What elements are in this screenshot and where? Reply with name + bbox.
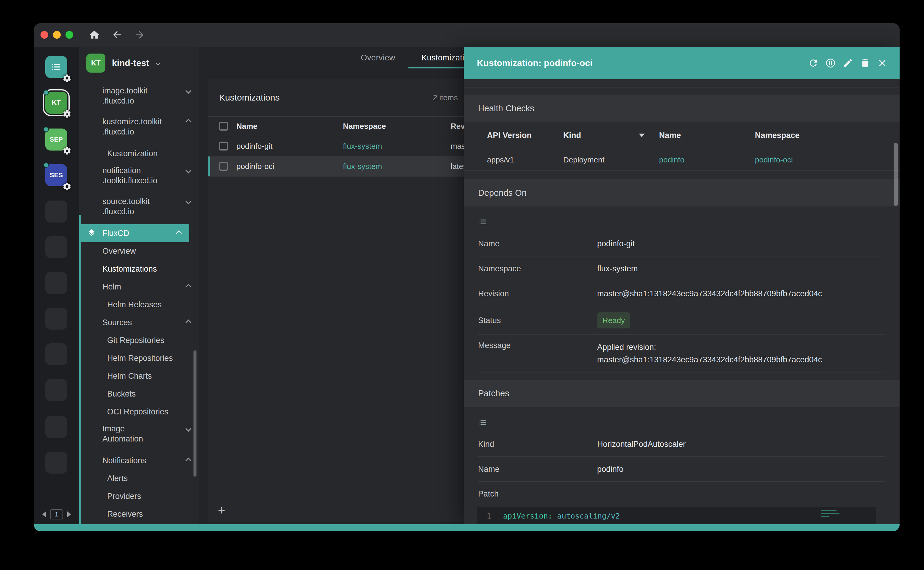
tab-overview[interactable]: Overview: [348, 47, 408, 69]
field-row: Name podinfo-git: [478, 231, 885, 256]
section-depends-on: Depends On: [464, 179, 899, 207]
prev-page-button[interactable]: [42, 512, 46, 517]
add-button[interactable]: +: [218, 504, 226, 516]
rail-tile-empty: [45, 272, 67, 294]
patch-fields: Kind HorizontalPodAutoscaler Name podinf…: [478, 432, 885, 506]
sidebar-item-kustomize-toolkit[interactable]: kustomize.toolkit .fluxcd.io: [79, 113, 199, 140]
health-check-row[interactable]: apps/v1 Deployment podinfo podinfo-oci: [464, 149, 899, 171]
edit-button[interactable]: [843, 58, 853, 69]
sidebar-item-oci-repositories[interactable]: OCI Repositories: [79, 403, 199, 421]
sidebar-item-source-toolkit[interactable]: source.toolkit .fluxcd.io: [79, 193, 199, 219]
field-value-link[interactable]: podinfo-git: [597, 238, 885, 250]
detail-drawer: Kustomization: podinfo-oci Health Checks…: [464, 47, 899, 524]
back-button[interactable]: [111, 29, 123, 40]
chevron-up-icon: [186, 320, 192, 325]
list-icon: [478, 418, 488, 427]
chevron-down-icon: [156, 61, 161, 66]
sidebar-item-providers[interactable]: Providers: [79, 487, 199, 505]
titlebar: [34, 23, 899, 47]
rail-tile-empty: [45, 308, 67, 329]
cell-namespace-link[interactable]: flux-system: [343, 162, 451, 171]
sidebar-scrollbar[interactable]: [193, 351, 196, 477]
column-header-name[interactable]: Name: [236, 122, 343, 131]
sidebar-item-helm-releases[interactable]: Helm Releases: [79, 296, 199, 314]
status-dot: [43, 127, 49, 132]
gear-icon[interactable]: [63, 182, 71, 191]
sidebar-item-buckets[interactable]: Buckets: [79, 385, 199, 403]
rail-tile-empty: [45, 452, 67, 473]
column-header-namespace[interactable]: Namespace: [343, 122, 451, 131]
hc-cell-namespace-link[interactable]: podinfo-oci: [755, 155, 899, 164]
column-header-revision[interactable]: Revision: [451, 122, 464, 131]
minimize-window-button[interactable]: [53, 31, 61, 39]
gear-icon[interactable]: [63, 109, 71, 118]
hc-column-namespace[interactable]: Namespace: [755, 131, 899, 140]
field-row: Name podinfo: [478, 457, 885, 482]
field-value-link[interactable]: flux-system: [597, 262, 885, 275]
sidebar-item-receivers[interactable]: Receivers: [79, 505, 199, 523]
line-number: 1: [477, 510, 503, 522]
field-row: Status Ready: [478, 306, 885, 335]
sidebar-item-image-automation[interactable]: Image Automation: [79, 421, 199, 447]
cell-revision: latest: [451, 162, 464, 171]
delete-button[interactable]: [860, 58, 870, 69]
code-minimap[interactable]: [821, 510, 841, 519]
sidebar-item-sources[interactable]: Sources: [79, 314, 199, 331]
sidebar-item-helm-repositories[interactable]: Helm Repositories: [79, 349, 199, 367]
table-header: Name Namespace Revision: [209, 116, 464, 136]
sidebar-item-notifications[interactable]: Notifications: [79, 452, 199, 469]
home-button[interactable]: [89, 29, 100, 40]
status-dot: [43, 162, 49, 168]
select-all-checkbox[interactable]: [219, 122, 228, 130]
rail-tile-kind-test[interactable]: KT: [45, 92, 67, 113]
rail-tile-sep[interactable]: SEP: [45, 129, 67, 150]
sidebar-item-helm-charts[interactable]: Helm Charts: [79, 367, 199, 385]
sidebar-item-kustomizations[interactable]: Kustomizations: [79, 260, 199, 278]
sidebar-item-image-toolkit[interactable]: image.toolkit .fluxcd.io: [79, 83, 199, 109]
field-label: Namespace: [478, 264, 597, 273]
forward-button[interactable]: [134, 29, 145, 40]
cell-name[interactable]: podinfo-oci: [236, 162, 343, 171]
chevron-down-icon: [186, 426, 192, 432]
cell-namespace-link[interactable]: flux-system: [343, 142, 451, 151]
sidebar-item-git-repositories[interactable]: Git Repositories: [79, 331, 199, 349]
gear-icon[interactable]: [63, 74, 71, 83]
hc-column-api-version[interactable]: API Version: [464, 131, 563, 140]
hc-column-kind[interactable]: Kind: [563, 131, 659, 140]
field-label: Revision: [478, 289, 597, 299]
rail-tile-ses[interactable]: SES: [45, 164, 67, 186]
home-icon: [89, 29, 100, 40]
sort-caret-icon[interactable]: [639, 133, 645, 137]
gear-icon[interactable]: [63, 146, 71, 155]
rail-tile-menu[interactable]: [45, 56, 67, 78]
sync-button[interactable]: [808, 58, 819, 69]
sidebar-item-kustomization[interactable]: Kustomization: [79, 145, 199, 162]
drawer-scrollbar[interactable]: [893, 143, 898, 206]
rail-tile-empty: [45, 201, 67, 222]
cell-name[interactable]: podinfo-git: [236, 142, 343, 151]
close-window-button[interactable]: [40, 31, 48, 39]
field-label: Message: [478, 341, 597, 350]
sidebar-item-alerts[interactable]: Alerts: [79, 469, 199, 487]
next-page-button[interactable]: [67, 512, 71, 517]
close-button[interactable]: [877, 58, 888, 69]
hc-column-name[interactable]: Name: [659, 131, 755, 140]
page-number: 1: [50, 509, 63, 519]
chevron-down-icon: [186, 88, 192, 94]
sidebar-item-fluxcd[interactable]: FluxCD: [79, 224, 189, 242]
chevron-down-icon: [186, 167, 192, 173]
table-row[interactable]: podinfo-oci flux-system latest: [209, 156, 464, 177]
table-row[interactable]: podinfo-git flux-system master: [209, 136, 464, 156]
pause-button[interactable]: [825, 58, 836, 69]
hc-cell-name-link[interactable]: podinfo: [659, 155, 755, 164]
sidebar-item-overview[interactable]: Overview: [79, 242, 199, 260]
row-checkbox[interactable]: [219, 142, 228, 150]
arrow-left-icon: [111, 29, 123, 40]
code-line: 2 kind: HorizontalPodAutoscaler: [477, 522, 876, 524]
code-editor[interactable]: 1 apiVersion: autoscaling/v2 2 kind: Hor…: [477, 507, 876, 524]
cluster-switcher[interactable]: KT kind-test: [79, 47, 199, 78]
maximize-window-button[interactable]: [66, 31, 73, 39]
sidebar-item-helm[interactable]: Helm: [79, 278, 199, 296]
sidebar-item-notification-toolkit[interactable]: notification .toolkit.fluxcd.io: [79, 162, 199, 188]
row-checkbox[interactable]: [219, 162, 228, 171]
